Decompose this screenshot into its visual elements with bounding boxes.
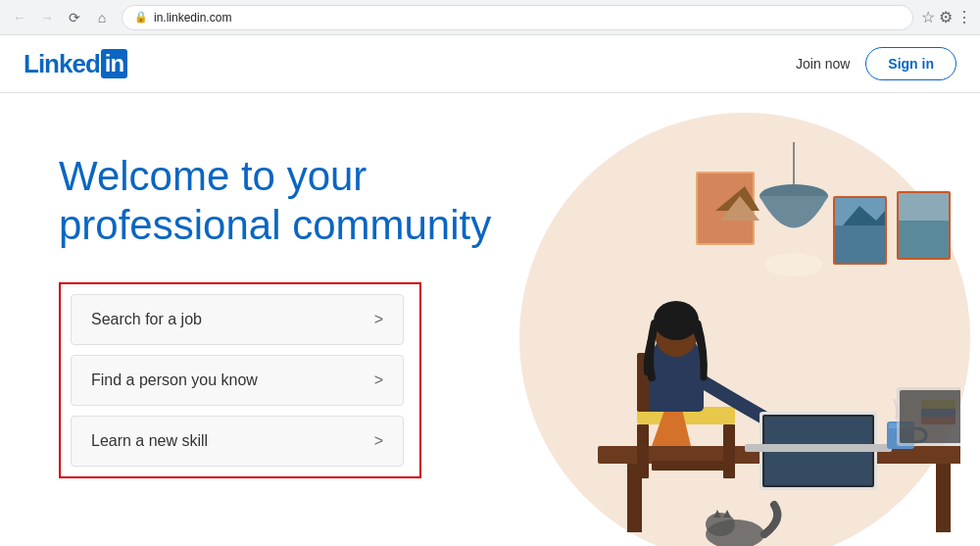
- illustration-container: [510, 132, 980, 544]
- headline-line2: professional community: [59, 202, 491, 248]
- action-cards-wrapper: Search for a job > Find a person you kno…: [59, 282, 421, 478]
- svg-rect-16: [936, 464, 951, 532]
- logo-in: in: [101, 49, 127, 78]
- svg-rect-10: [899, 221, 949, 258]
- learn-skill-label: Learn a new skill: [91, 432, 208, 450]
- find-person-label: Find a person you know: [91, 372, 258, 389]
- action-card-find-person[interactable]: Find a person you know >: [71, 355, 404, 406]
- join-now-link[interactable]: Join now: [796, 56, 850, 72]
- reload-button[interactable]: ⟳: [63, 6, 86, 29]
- right-section: [510, 132, 980, 540]
- bookmark-icon[interactable]: ☆: [921, 8, 935, 26]
- nav-actions: Join now Sign in: [796, 47, 956, 80]
- browser-nav-buttons: ← → ⟳ ⌂: [8, 6, 114, 29]
- linkedin-logo[interactable]: Linkedin: [24, 49, 127, 79]
- lock-icon: 🔒: [134, 11, 148, 24]
- svg-rect-19: [637, 424, 649, 478]
- svg-rect-41: [900, 390, 960, 443]
- browser-actions: ☆ ⚙ ⋮: [921, 8, 972, 26]
- svg-point-13: [764, 253, 823, 276]
- page: Linkedin Join now Sign in Welcome to you…: [0, 35, 980, 546]
- logo-linked: Linked: [24, 49, 100, 79]
- extension-icon[interactable]: ⚙: [939, 8, 953, 26]
- find-person-chevron-icon: >: [374, 372, 383, 389]
- navbar: Linkedin Join now Sign in: [0, 35, 980, 93]
- headline-line1: Welcome to your: [59, 153, 367, 199]
- learn-skill-chevron-icon: >: [374, 432, 383, 450]
- forward-button[interactable]: →: [35, 6, 59, 29]
- search-job-label: Search for a job: [91, 311, 202, 328]
- action-card-search-job[interactable]: Search for a job >: [71, 294, 404, 345]
- browser-chrome: ← → ⟳ ⌂ 🔒 in.linkedin.com ☆ ⚙ ⋮: [0, 0, 980, 35]
- address-bar[interactable]: 🔒 in.linkedin.com: [122, 5, 913, 30]
- svg-rect-21: [652, 461, 735, 471]
- back-button[interactable]: ←: [8, 6, 31, 29]
- left-section: Welcome to your professional community S…: [59, 132, 510, 478]
- action-card-learn-skill[interactable]: Learn a new skill >: [71, 416, 404, 467]
- svg-rect-23: [649, 363, 704, 412]
- main-content: Welcome to your professional community S…: [0, 93, 980, 540]
- svg-rect-6: [835, 225, 885, 263]
- illustration-svg: [510, 142, 960, 546]
- svg-rect-30: [745, 444, 892, 452]
- home-button[interactable]: ⌂: [90, 6, 114, 29]
- headline: Welcome to your professional community: [59, 152, 510, 251]
- sign-in-button[interactable]: Sign in: [865, 47, 956, 80]
- menu-icon[interactable]: ⋮: [956, 8, 972, 26]
- url-text: in.linkedin.com: [154, 11, 231, 25]
- search-job-chevron-icon: >: [374, 311, 383, 328]
